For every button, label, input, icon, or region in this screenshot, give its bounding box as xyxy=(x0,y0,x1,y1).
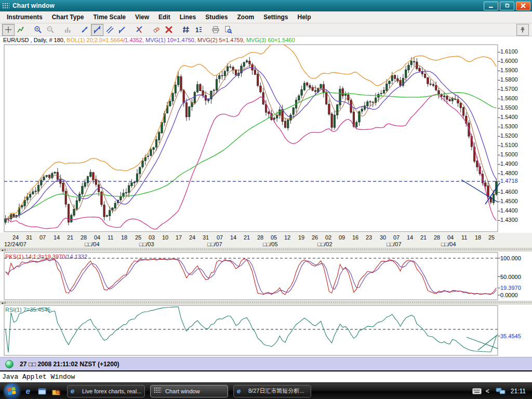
toolbar-separator xyxy=(74,24,78,35)
main-chart-plot[interactable] xyxy=(4,45,498,232)
draw-arrow-line-button[interactable] xyxy=(78,24,91,36)
applet-icon xyxy=(154,387,162,395)
taskbar-button-1[interactable]: eLive forex charts, real... xyxy=(67,385,145,397)
taskbar-button-2[interactable]: Chart window xyxy=(150,385,228,397)
draw-ray-icon xyxy=(118,25,126,34)
zoom-out-icon xyxy=(46,25,55,34)
taskbar-button-label: 8/27日汇市简短分析... xyxy=(248,387,304,395)
toolbar-separator xyxy=(145,24,150,35)
draw-channel-button[interactable] xyxy=(103,24,116,36)
status-clock-text: 27 □□ 2008 21:11:02 NZST (+1200) xyxy=(20,361,119,368)
draw-arrow-line-icon xyxy=(81,25,89,34)
menu-item-instruments[interactable]: Instruments xyxy=(2,12,47,22)
crosshair-icon xyxy=(4,25,12,34)
maximize-button[interactable] xyxy=(500,2,514,10)
histogram-button[interactable] xyxy=(61,24,74,36)
remove-line-button[interactable] xyxy=(133,24,145,36)
draw-trend-line-button[interactable] xyxy=(91,24,103,36)
toolbar-separator xyxy=(27,24,32,35)
close-button[interactable] xyxy=(516,2,530,10)
windows-explorer-icon[interactable] xyxy=(36,385,48,397)
menu-bar: InstrumentsChart TypeTime ScaleViewEditL… xyxy=(0,11,532,23)
taskbar-button-label: Live forex charts, real... xyxy=(82,388,141,394)
pin-icon xyxy=(519,26,526,33)
applet-window-icon xyxy=(2,3,9,9)
window-title: Chart window xyxy=(12,2,55,9)
remove-line-icon xyxy=(135,25,143,34)
windows-logo-icon xyxy=(7,387,17,395)
toolbar-separator xyxy=(128,24,133,35)
window-controls xyxy=(484,2,532,10)
toolbar: 1 xyxy=(0,23,532,36)
system-tray: < 21:11 xyxy=(469,385,532,397)
chart-application-window: Chart window InstrumentsChart TypeTime S… xyxy=(0,0,532,399)
delete-all-button[interactable] xyxy=(163,24,175,36)
rsi-plot[interactable] xyxy=(4,305,498,355)
hash-grid-icon xyxy=(182,25,190,34)
taskbar-button-3[interactable]: e8/27日汇市简短分析... xyxy=(233,385,311,397)
menu-item-lines[interactable]: Lines xyxy=(175,12,201,22)
legend-segment: MVG(1) 10=1.4750, xyxy=(145,37,197,43)
taskbar-button-label: Chart window xyxy=(165,388,200,394)
menu-item-help[interactable]: Help xyxy=(292,12,315,22)
java-applet-warning-bar: Java Applet Window xyxy=(0,370,532,383)
menu-item-view[interactable]: View xyxy=(130,12,154,22)
tray-expand-chevron[interactable]: < xyxy=(486,388,489,395)
legend-segment: EUR/USD , Daily, # 180, xyxy=(3,37,66,43)
print-icon xyxy=(211,25,220,34)
pin-window-button[interactable] xyxy=(516,24,529,36)
zoom-in-icon xyxy=(34,25,42,34)
ie-icon: e xyxy=(71,387,79,395)
draw-trend-line-icon xyxy=(93,25,101,34)
menu-item-edit[interactable]: Edit xyxy=(154,12,175,22)
annotation-numbers-icon: 1 xyxy=(194,25,203,34)
keyboard-layout-icon[interactable] xyxy=(471,385,483,397)
hash-grid-button[interactable] xyxy=(180,24,192,36)
toolbar-separator xyxy=(57,24,61,35)
menu-item-time-scale[interactable]: Time Scale xyxy=(88,12,130,22)
tray-clock[interactable]: 21:11 xyxy=(511,388,526,395)
menu-item-chart-type[interactable]: Chart Type xyxy=(47,12,89,22)
stochastic-plot[interactable] xyxy=(4,252,498,300)
status-bar: 27 □□ 2008 21:11:02 NZST (+1200) xyxy=(0,357,532,371)
eraser-icon xyxy=(152,25,161,34)
minimize-button[interactable] xyxy=(484,2,498,10)
menu-item-studies[interactable]: Studies xyxy=(201,12,232,22)
toolbar-separator xyxy=(175,24,180,35)
chart-mode-icon xyxy=(17,25,25,34)
draw-ray-button[interactable] xyxy=(116,24,128,36)
annotation-numbers-button[interactable]: 1 xyxy=(192,24,205,36)
connection-status-icon xyxy=(5,360,14,368)
legend-segment: /1.4352, xyxy=(123,37,145,43)
chart-legend: EUR/USD , Daily, # 180, BOL(1) 20;2.0=1.… xyxy=(3,37,528,44)
legend-segment: BOL(1) 20;2.0=1.5664 xyxy=(66,37,123,43)
legend-segment: MVG(2) 5=1.4759, xyxy=(197,37,246,43)
svg-text:1: 1 xyxy=(195,26,199,34)
network-status-icon[interactable] xyxy=(495,385,507,397)
quick-launch-area: e xyxy=(20,385,62,397)
delete-all-icon xyxy=(165,25,173,34)
histogram-icon xyxy=(63,25,72,34)
print-button[interactable] xyxy=(209,24,222,36)
legend-segment: MVG(3) 60=1.5460 xyxy=(246,37,295,43)
crosshair-button[interactable] xyxy=(2,24,15,36)
title-bar[interactable]: Chart window xyxy=(0,0,532,11)
toolbar-separator xyxy=(205,24,209,35)
ie-icon: e xyxy=(237,387,245,395)
windows-taskbar: e eLive forex charts, real...Chart windo… xyxy=(0,383,532,399)
chart-mode-button[interactable] xyxy=(15,24,27,36)
eraser-button[interactable] xyxy=(150,24,163,36)
menu-item-settings[interactable]: Settings xyxy=(259,12,292,22)
draw-channel-icon xyxy=(105,25,114,34)
zoom-in-button[interactable] xyxy=(32,24,44,36)
task-buttons: eLive forex charts, real...Chart windowe… xyxy=(62,385,311,397)
start-button[interactable] xyxy=(4,383,20,399)
java-applet-label: Java Applet Window xyxy=(0,373,75,381)
search-icon[interactable] xyxy=(50,385,62,397)
menu-item-zoom[interactable]: Zoom xyxy=(232,12,259,22)
zoom-out-button[interactable] xyxy=(44,24,57,36)
print-preview-button[interactable] xyxy=(222,24,234,36)
internet-explorer-icon[interactable]: e xyxy=(22,385,34,397)
print-preview-icon xyxy=(224,25,232,34)
